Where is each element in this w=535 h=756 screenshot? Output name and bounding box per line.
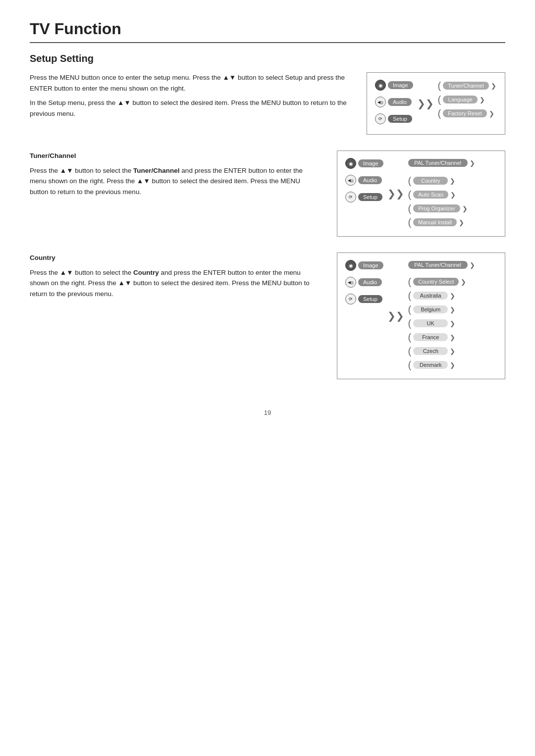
country-item: Country bbox=[413, 177, 448, 185]
diagram3-belgium: ( Belgium ❯ bbox=[408, 304, 475, 314]
czech-item: Czech bbox=[413, 347, 448, 355]
audio-label: Audio bbox=[388, 98, 412, 106]
chevron-icon: ❯ bbox=[491, 82, 496, 90]
factory-reset-item: Factory Reset bbox=[443, 109, 486, 117]
diagram-tuner-channel: ◉ Image ◀)) Audio ⟳ Setup ❯❯ PAL Tuner/C… bbox=[337, 151, 505, 237]
diagram3-pal: PAL Tuner/Channel ❯ bbox=[408, 261, 475, 269]
image-label: Image bbox=[358, 261, 383, 269]
chevron-icon: ❯ bbox=[470, 159, 475, 167]
audio-label: Audio bbox=[358, 278, 382, 286]
diagram1-tuner-channel: ( Tuner/Channel ❯ bbox=[438, 81, 496, 91]
bracket-icon: ( bbox=[408, 332, 412, 342]
chevron-icon: ❯ bbox=[462, 205, 468, 212]
tuner-channel-section: Tuner/Channel Press the ▲▼ button to sel… bbox=[30, 151, 505, 237]
diagram3-country-select: ( Country Select ❯ bbox=[408, 277, 475, 287]
chevron-icon: ❯ bbox=[489, 110, 494, 117]
diagram2-row-image: ◉ Image bbox=[345, 158, 383, 169]
setup-icon: ⟳ bbox=[375, 113, 386, 124]
diagram3-row-image: ◉ Image bbox=[345, 260, 383, 271]
diagram1-row-setup: ⟳ Setup bbox=[375, 113, 413, 124]
diagram1-language: ( Language ❯ bbox=[438, 95, 496, 104]
diagram2-prog-organizer: ( Prog Organizer ❯ bbox=[408, 203, 475, 213]
bracket-icon: ( bbox=[408, 304, 412, 314]
tuner-channel-title: Tuner/Channel bbox=[30, 151, 317, 161]
diagram2-arrow: ❯❯ bbox=[387, 188, 404, 200]
diagram3-czech: ( Czech ❯ bbox=[408, 346, 475, 356]
setup-label: Setup bbox=[388, 115, 412, 123]
bracket-icon: ( bbox=[408, 217, 412, 227]
bracket-icon: ( bbox=[438, 95, 441, 104]
diagram2-row-setup: ⟳ Setup bbox=[345, 192, 383, 202]
bracket-icon: ( bbox=[408, 277, 412, 287]
country-section: Country Press the ▲▼ button to select th… bbox=[30, 252, 505, 379]
image-icon: ◉ bbox=[375, 80, 386, 91]
chevron-icon: ❯ bbox=[450, 361, 455, 369]
france-item: France bbox=[413, 333, 448, 341]
diagram1-arrow: ❯❯ bbox=[417, 98, 434, 109]
diagram3-arrow: ❯❯ bbox=[387, 310, 404, 322]
intro-text-block: Press the MENU button once to enter the … bbox=[30, 72, 347, 123]
chevron-icon: ❯ bbox=[450, 320, 455, 327]
diagram2-right: PAL Tuner/Channel ❯ ( Country ❯ ( Auto S… bbox=[408, 159, 475, 229]
diagram1-row-image: ◉ Image bbox=[375, 80, 413, 91]
diagram3-france: ( France ❯ bbox=[408, 332, 475, 342]
diagram3-right: PAL Tuner/Channel ❯ ( Country Select ❯ (… bbox=[408, 261, 475, 372]
intro-para-2: In the Setup menu, press the ▲▼ button t… bbox=[30, 98, 347, 119]
diagram1-row-audio: ◀)) Audio bbox=[375, 97, 413, 107]
country-text-block: Country Press the ▲▼ button to select th… bbox=[30, 252, 317, 303]
audio-icon: ◀)) bbox=[345, 175, 356, 186]
bracket-icon: ( bbox=[438, 81, 441, 91]
audio-icon: ◀)) bbox=[375, 97, 386, 107]
audio-icon: ◀)) bbox=[345, 277, 356, 288]
page-title: TV Function bbox=[30, 20, 505, 43]
chevron-icon: ❯ bbox=[480, 96, 485, 103]
bracket-icon: ( bbox=[408, 190, 412, 200]
chevron-icon: ❯ bbox=[470, 261, 475, 269]
setup-label: Setup bbox=[358, 295, 382, 303]
diagram3-row-audio: ◀)) Audio bbox=[345, 277, 383, 288]
diagram1-left: ◉ Image ◀)) Audio ⟳ Setup bbox=[375, 80, 413, 127]
diagram2-pal: PAL Tuner/Channel ❯ bbox=[408, 159, 475, 167]
chevron-icon: ❯ bbox=[459, 219, 464, 226]
chevron-icon: ❯ bbox=[450, 348, 455, 355]
tuner-channel-text-block: Tuner/Channel Press the ▲▼ button to sel… bbox=[30, 151, 317, 201]
image-icon: ◉ bbox=[345, 260, 356, 271]
audio-label: Audio bbox=[358, 176, 382, 184]
country-desc: Press the ▲▼ button to select the Countr… bbox=[30, 267, 317, 300]
country-select-item: Country Select bbox=[413, 278, 459, 286]
diagram3-australia: ( Australia ❯ bbox=[408, 291, 475, 301]
auto-scan-item: Auto Scan bbox=[413, 191, 448, 199]
pal-tuner-channel-item: PAL Tuner/Channel bbox=[408, 159, 468, 167]
prog-organizer-item: Prog Organizer bbox=[413, 204, 460, 212]
intro-para-1: Press the MENU button once to enter the … bbox=[30, 72, 347, 94]
chevron-icon: ❯ bbox=[450, 292, 455, 300]
intro-section: Press the MENU button once to enter the … bbox=[30, 72, 505, 135]
chevron-icon: ❯ bbox=[450, 191, 456, 199]
diagram3-left: ◉ Image ◀)) Audio ⟳ Setup bbox=[345, 260, 383, 307]
diagram2-manual-install: ( Manual Install ❯ bbox=[408, 217, 475, 227]
country-title: Country bbox=[30, 252, 317, 263]
bracket-icon: ( bbox=[408, 176, 412, 186]
tuner-channel-desc: Press the ▲▼ button to select the Tuner/… bbox=[30, 165, 317, 198]
diagram2-country: ( Country ❯ bbox=[408, 176, 475, 186]
diagram2-auto-scan: ( Auto Scan ❯ bbox=[408, 190, 475, 200]
section-title: Setup Setting bbox=[30, 53, 505, 64]
diagram-country: ◉ Image ◀)) Audio ⟳ Setup ❯❯ PAL Tuner/C… bbox=[337, 252, 505, 379]
bracket-icon: ( bbox=[408, 318, 412, 328]
diagram2-row-audio: ◀)) Audio bbox=[345, 175, 383, 186]
diagram2-columns: ◉ Image ◀)) Audio ⟳ Setup ❯❯ PAL Tuner/C… bbox=[345, 158, 497, 229]
denmark-item: Denmark bbox=[413, 361, 448, 369]
uk-item: UK bbox=[413, 319, 448, 327]
bracket-icon: ( bbox=[408, 360, 412, 370]
diagram3-uk: ( UK ❯ bbox=[408, 318, 475, 328]
chevron-icon: ❯ bbox=[461, 278, 466, 286]
bracket-icon: ( bbox=[408, 291, 412, 301]
manual-install-item: Manual Install bbox=[413, 218, 457, 226]
page-number: 19 bbox=[30, 409, 505, 416]
diagram1-right: ( Tuner/Channel ❯ ( Language ❯ ( Factory… bbox=[438, 81, 496, 120]
diagram3-row-setup: ⟳ Setup bbox=[345, 294, 383, 304]
chevron-icon: ❯ bbox=[450, 306, 455, 313]
image-icon: ◉ bbox=[345, 158, 356, 169]
bracket-icon: ( bbox=[408, 203, 412, 213]
diagram3-columns: ◉ Image ◀)) Audio ⟳ Setup ❯❯ PAL Tuner/C… bbox=[345, 260, 497, 372]
